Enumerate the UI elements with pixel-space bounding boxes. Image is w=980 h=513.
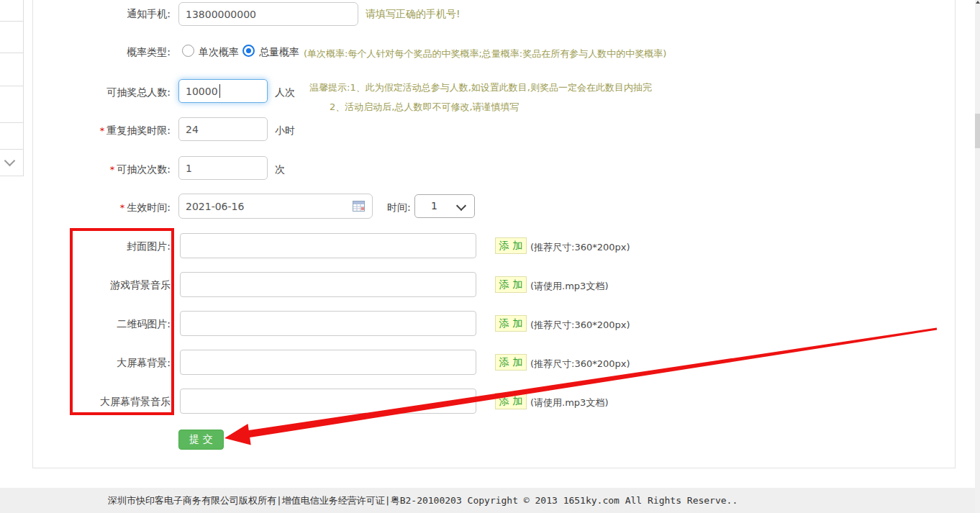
game-music-input[interactable] [180,272,476,297]
total-people-label: 可抽奖总人数: [29,86,171,99]
total-people-input[interactable] [178,79,268,103]
notify-phone-input[interactable] [178,2,358,26]
sidebar-item[interactable] [0,53,24,86]
sidebar-item[interactable] [0,86,24,123]
bigscreen-bg-label: 大屏幕背景: [29,356,171,369]
sidebar-item-expander[interactable] [0,149,24,176]
scrollbar-up-arrow-icon [976,1,980,4]
repeat-limit-label: *重复抽奖时限: [29,124,171,137]
required-marker: * [100,125,105,136]
sidebar-item[interactable] [0,21,24,53]
effective-date-input[interactable] [178,194,373,219]
scrollbar-track[interactable] [975,0,980,513]
footer-copyright-text: 深圳市快印客电子商务有限公司版权所有|增值电信业务经营许可证|粤B2-20100… [108,494,738,507]
bigscreen-music-label: 大屏幕背景音乐 [29,395,171,408]
probability-radio-total[interactable] [242,45,255,57]
time-label: 时间: [387,201,411,214]
chevron-down-icon [456,201,466,211]
required-marker: * [110,164,115,175]
probability-label: 概率类型: [29,45,171,58]
cover-image-label: 封面图片: [29,240,171,253]
draw-count-input[interactable] [178,156,268,180]
submit-button[interactable]: 提 交 [178,430,224,450]
bigscreen-music-input[interactable] [180,389,476,414]
qrcode-image-add-button[interactable]: 添 加 [495,315,527,332]
qrcode-image-hint: (推荐尺寸:360*200px) [530,319,630,332]
bigscreen-bg-input[interactable] [180,350,476,375]
cover-image-add-button[interactable]: 添 加 [495,237,527,254]
bigscreen-music-add-button[interactable]: 添 加 [495,393,527,409]
bigscreen-music-hint: (请使用.mp3文档) [530,396,608,409]
total-people-tip-1: 温馨提示:1、此为假定活动总参与人数,如设置此数目,则奖品一定会在此数目内抽完 [309,81,652,94]
game-music-label: 游戏背景音乐 [29,278,171,291]
chevron-down-icon [4,155,16,167]
draw-count-label: *可抽次次数: [29,163,171,176]
notify-phone-hint: 请填写正确的手机号! [366,8,460,21]
scrollbar-thumb[interactable] [975,114,980,148]
time-select[interactable]: 1 [414,194,475,218]
notify-phone-label: 通知手机: [29,7,171,20]
footer: 深圳市快印客电子商务有限公司版权所有|增值电信业务经营许可证|粤B2-20100… [0,488,980,513]
required-marker: * [120,202,125,213]
bigscreen-bg-hint: (推荐尺寸:360*200px) [530,358,630,371]
time-select-value: 1 [431,200,437,212]
sidebar-fragment [0,0,24,176]
cover-image-hint: (推荐尺寸:360*200px) [530,241,630,254]
repeat-limit-unit: 小时 [275,124,295,137]
sidebar-item[interactable] [0,0,24,22]
text-caret [219,84,220,98]
repeat-limit-input[interactable] [178,117,268,141]
game-music-add-button[interactable]: 添 加 [495,276,527,293]
sidebar-item[interactable] [0,122,24,150]
total-people-unit: 人次 [275,86,295,99]
qrcode-image-input[interactable] [180,311,476,336]
total-people-tip-2: 2、活动启动后,总人数即不可修改,请谨慎填写 [330,101,520,114]
calendar-icon[interactable] [353,200,365,212]
draw-count-unit: 次 [275,163,285,176]
cover-image-input[interactable] [180,233,476,258]
probability-radio-single-label[interactable]: 单次概率 [199,46,239,59]
probability-radio-single[interactable] [182,45,194,57]
qrcode-image-label: 二维码图片: [29,317,171,330]
probability-hint: (单次概率:每个人针对每个奖品的中奖概率;总量概率:奖品在所有参与人数中的中奖概… [304,47,666,60]
probability-radio-total-label[interactable]: 总量概率 [259,46,299,59]
effective-date-label: *生效时间: [29,201,171,214]
bigscreen-bg-add-button[interactable]: 添 加 [495,354,527,371]
game-music-hint: (请使用.mp3文档) [530,280,608,293]
